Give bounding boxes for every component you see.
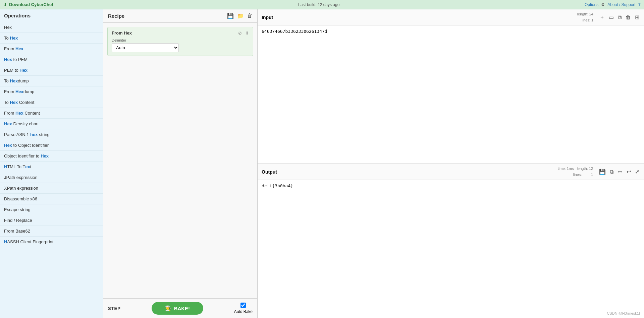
sidebar-item-find-replace[interactable]: Find / Replace xyxy=(0,215,103,226)
io-panel: Input length: 24 lines: 1 ＋ ▭ ⧉ 🗑 ⊞ 6463 xyxy=(258,9,644,318)
topbar-right: Options ⚙ About / Support ? xyxy=(585,2,641,7)
download-cyberchef-btn[interactable]: ⬇ Download CyberChef xyxy=(3,2,53,7)
sidebar-item-jpath-expression[interactable]: JPath expression xyxy=(0,172,103,183)
input-section: Input length: 24 lines: 1 ＋ ▭ ⧉ 🗑 ⊞ 6463 xyxy=(258,9,644,164)
save-recipe-icon[interactable]: 💾 xyxy=(227,13,234,19)
output-meta: time: 1ms length: 12 lines: 1 xyxy=(558,166,593,178)
clear-recipe-icon[interactable]: 🗑 xyxy=(247,13,253,19)
delimiter-select[interactable]: Auto xyxy=(112,43,179,52)
operations-header: Operations xyxy=(0,9,103,22)
input-tab-icon[interactable]: ▭ xyxy=(608,13,614,21)
recipe-step-title: From Hex xyxy=(112,30,132,36)
operations-list: HexTo HexFrom HexHex to PEMPEM to HexTo … xyxy=(0,22,103,318)
add-input-icon[interactable]: ＋ xyxy=(599,13,605,21)
delimiter-label: Delimiter xyxy=(112,38,249,42)
sidebar-item-object-identifier-to-hex[interactable]: Object Identifier to Hex xyxy=(0,151,103,162)
sidebar-item-hex[interactable]: Hex xyxy=(0,22,103,33)
sidebar-item-from-hexdump[interactable]: From Hexdump xyxy=(0,86,103,97)
auto-bake-label[interactable]: Auto Bake xyxy=(234,309,253,314)
auto-bake-container: Auto Bake xyxy=(234,303,253,314)
sidebar-item-xpath-expression[interactable]: XPath expression xyxy=(0,183,103,194)
disable-step-icon[interactable]: ⊘ xyxy=(238,30,242,36)
input-textarea[interactable]: 646374667b33623306261347d xyxy=(258,25,644,164)
download-icon: ⬇ xyxy=(3,2,7,7)
input-toolbar: ＋ ▭ ⧉ 🗑 ⊞ xyxy=(599,13,640,21)
recipe-panel: Recipe 💾 📁 🗑 From Hex ⊘ ⏸ Delimiter Au xyxy=(103,9,258,318)
output-title: Output xyxy=(262,169,277,175)
sidebar-item-from-hex[interactable]: From Hex xyxy=(0,44,103,54)
sidebar-item-hex-to-pem[interactable]: Hex to PEM xyxy=(0,54,103,65)
sidebar-item-hex-to-object-identifier[interactable]: Hex to Object Identifier xyxy=(0,140,103,151)
sidebar-item-parse-asn1[interactable]: Parse ASN.1 hex string xyxy=(0,129,103,140)
sidebar-item-from-base62[interactable]: From Base62 xyxy=(0,226,103,237)
bake-button[interactable]: 👨‍🍳 BAKE! xyxy=(152,302,204,315)
recipe-title: Recipe xyxy=(108,13,124,19)
output-header: Output time: 1ms length: 12 lines: 1 💾 ⧉… xyxy=(258,164,644,180)
sidebar-item-from-hex-content[interactable]: From Hex Content xyxy=(0,108,103,119)
input-meta: length: 24 lines: 1 xyxy=(577,11,593,23)
sidebar-item-to-hexdump[interactable]: To Hexdump xyxy=(0,76,103,86)
about-support-btn[interactable]: About / Support xyxy=(607,2,635,7)
sidebar-item-hex-density-chart[interactable]: Hex Density chart xyxy=(0,119,103,129)
input-grid-icon[interactable]: ⊞ xyxy=(634,13,640,21)
input-clear-icon[interactable]: 🗑 xyxy=(625,14,632,21)
topbar: ⬇ Download CyberChef Last build: 12 days… xyxy=(0,0,644,9)
chef-icon: 👨‍🍳 xyxy=(165,305,171,311)
sidebar-item-to-hex-content[interactable]: To Hex Content xyxy=(0,97,103,108)
recipe-step-from-hex: From Hex ⊘ ⏸ Delimiter Auto xyxy=(107,27,253,56)
question-icon[interactable]: ? xyxy=(638,2,641,7)
options-btn[interactable]: Options xyxy=(585,2,598,7)
output-tab-icon[interactable]: ▭ xyxy=(617,168,623,176)
output-section: Output time: 1ms length: 12 lines: 1 💾 ⧉… xyxy=(258,164,644,318)
last-build-info: Last build: 12 days ago xyxy=(298,2,339,7)
recipe-header: Recipe 💾 📁 🗑 xyxy=(103,9,257,23)
output-expand-icon[interactable]: ⤢ xyxy=(634,168,640,176)
sidebar-item-pem-to-hex[interactable]: PEM to Hex xyxy=(0,65,103,76)
sidebar-item-html-to-text[interactable]: HTML To Text xyxy=(0,162,103,172)
recipe-toolbar: 💾 📁 🗑 xyxy=(227,13,253,19)
sidebar-item-escape-string[interactable]: Escape string xyxy=(0,204,103,215)
output-toolbar: 💾 ⧉ ▭ ↩ ⤢ xyxy=(598,168,640,176)
recipe-footer: STEP 👨‍🍳 BAKE! Auto Bake xyxy=(103,298,257,318)
input-header: Input length: 24 lines: 1 ＋ ▭ ⧉ 🗑 ⊞ xyxy=(258,9,644,25)
save-output-icon[interactable]: 💾 xyxy=(598,168,606,176)
copy-output-icon[interactable]: ⧉ xyxy=(609,168,614,176)
open-recipe-icon[interactable]: 📁 xyxy=(237,13,244,19)
auto-bake-checkbox[interactable] xyxy=(240,303,246,308)
output-undo-icon[interactable]: ↩ xyxy=(626,168,632,176)
output-content: dctf{3b0ba4} xyxy=(258,180,644,318)
step-button[interactable]: STEP xyxy=(108,306,121,311)
input-title: Input xyxy=(262,15,273,20)
sidebar-item-disassemble-x86[interactable]: Disassemble x86 xyxy=(0,194,103,204)
input-split-icon[interactable]: ⧉ xyxy=(617,14,622,21)
pause-step-icon[interactable]: ⏸ xyxy=(245,30,249,36)
sidebar-item-hassh-client[interactable]: HASSH Client Fingerprint xyxy=(0,237,103,247)
sidebar-item-to-hex[interactable]: To Hex xyxy=(0,33,103,44)
gear-icon[interactable]: ⚙ xyxy=(601,2,605,7)
recipe-content: From Hex ⊘ ⏸ Delimiter Auto xyxy=(103,23,257,298)
delimiter-field: Delimiter Auto xyxy=(112,38,249,52)
watermark: CSDN @H3rmesk1t xyxy=(607,311,640,315)
sidebar: Operations HexTo HexFrom HexHex to PEMPE… xyxy=(0,9,103,318)
